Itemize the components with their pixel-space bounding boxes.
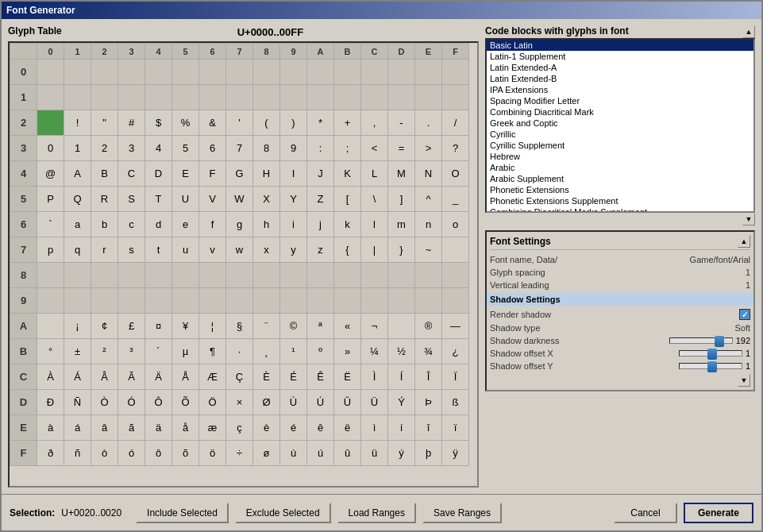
glyph-cell[interactable] — [199, 60, 226, 85]
glyph-cell[interactable] — [172, 85, 199, 110]
glyph-cell[interactable]: ; — [334, 136, 361, 161]
glyph-cell[interactable]: z — [307, 237, 334, 263]
glyph-cell[interactable]: æ — [199, 415, 226, 441]
glyph-cell[interactable]: ç — [226, 415, 253, 441]
glyph-cell[interactable] — [118, 288, 145, 314]
glyph-cell[interactable]: g — [226, 212, 253, 237]
glyph-cell[interactable]: ã — [118, 415, 145, 441]
glyph-cell[interactable]: Ø — [253, 390, 280, 415]
glyph-cell[interactable] — [118, 85, 145, 110]
glyph-cell[interactable] — [307, 263, 334, 288]
glyph-cell[interactable]: R — [91, 187, 118, 212]
glyph-cell[interactable]: ) — [280, 110, 307, 136]
glyph-cell[interactable]: 6 — [199, 136, 226, 161]
glyph-cell[interactable]: Ö — [199, 390, 226, 415]
glyph-cell[interactable]: ± — [64, 339, 91, 364]
glyph-cell[interactable]: \ — [361, 187, 388, 212]
glyph-cell[interactable]: Ô — [145, 390, 172, 415]
glyph-cell[interactable]: ñ — [64, 441, 91, 466]
glyph-cell[interactable]: À — [37, 364, 64, 390]
glyph-cell[interactable] — [253, 288, 280, 314]
glyph-cell[interactable]: ¶ — [199, 339, 226, 364]
glyph-cell[interactable] — [442, 85, 469, 110]
glyph-cell[interactable]: ì — [361, 415, 388, 441]
shadow-darkness-slider[interactable] — [669, 337, 733, 344]
glyph-cell[interactable]: Â — [91, 364, 118, 390]
glyph-cell[interactable]: Ú — [307, 390, 334, 415]
glyph-cell[interactable]: 0 — [37, 136, 64, 161]
glyph-cell[interactable]: F — [199, 161, 226, 187]
glyph-cell[interactable] — [442, 60, 469, 85]
glyph-cell[interactable]: | — [361, 237, 388, 263]
glyph-cell[interactable]: ~ — [415, 237, 442, 263]
glyph-cell[interactable]: þ — [415, 441, 442, 466]
glyph-cell[interactable]: ÿ — [442, 441, 469, 466]
glyph-cell[interactable] — [226, 85, 253, 110]
glyph-cell[interactable] — [388, 263, 415, 288]
glyph-cell[interactable]: ø — [253, 441, 280, 466]
code-block-item[interactable]: Spacing Modifier Letter — [487, 95, 753, 106]
glyph-cell[interactable]: G — [226, 161, 253, 187]
glyph-cell[interactable]: è — [253, 415, 280, 441]
glyph-cell[interactable]: y — [280, 237, 307, 263]
glyph-cell[interactable] — [442, 237, 469, 263]
glyph-cell[interactable]: ä — [145, 415, 172, 441]
glyph-cell[interactable] — [64, 263, 91, 288]
glyph-cell[interactable]: ¢ — [91, 314, 118, 339]
glyph-cell[interactable]: Q — [64, 187, 91, 212]
glyph-cell[interactable]: * — [307, 110, 334, 136]
glyph-table-container[interactable]: 0 1 2 3 4 5 6 7 8 9 A B C — [8, 41, 479, 488]
glyph-cell[interactable] — [253, 263, 280, 288]
glyph-cell[interactable]: ½ — [388, 339, 415, 364]
code-block-item[interactable]: Cyrillic — [487, 129, 753, 140]
glyph-cell[interactable]: 3 — [118, 136, 145, 161]
glyph-cell[interactable]: Õ — [172, 390, 199, 415]
glyph-cell[interactable]: % — [172, 110, 199, 136]
glyph-cell[interactable]: Ü — [361, 390, 388, 415]
glyph-cell[interactable]: d — [145, 212, 172, 237]
glyph-cell[interactable]: Ä — [145, 364, 172, 390]
code-blocks-list-container[interactable]: Basic LatinLatin-1 SupplementLatin Exten… — [485, 38, 755, 213]
glyph-cell[interactable] — [37, 85, 64, 110]
code-block-item[interactable]: Hebrew — [487, 151, 753, 162]
glyph-cell[interactable] — [91, 288, 118, 314]
glyph-cell[interactable]: > — [415, 136, 442, 161]
glyph-cell[interactable]: # — [118, 110, 145, 136]
glyph-cell[interactable]: º — [307, 339, 334, 364]
glyph-cell[interactable]: L — [361, 161, 388, 187]
glyph-cell[interactable]: ( — [253, 110, 280, 136]
glyph-cell[interactable]: Ë — [334, 364, 361, 390]
glyph-cell[interactable]: b — [91, 212, 118, 237]
glyph-cell[interactable] — [442, 288, 469, 314]
glyph-cell[interactable] — [280, 85, 307, 110]
glyph-cell[interactable]: ¤ — [145, 314, 172, 339]
glyph-cell[interactable]: 4 — [145, 136, 172, 161]
glyph-cell[interactable]: " — [91, 110, 118, 136]
glyph-cell[interactable]: â — [91, 415, 118, 441]
glyph-cell[interactable]: } — [388, 237, 415, 263]
glyph-cell[interactable]: : — [307, 136, 334, 161]
glyph-cell[interactable]: M — [388, 161, 415, 187]
glyph-cell[interactable]: « — [334, 314, 361, 339]
save-ranges-button[interactable]: Save Ranges — [422, 503, 502, 523]
glyph-cell[interactable]: m — [388, 212, 415, 237]
cancel-button[interactable]: Cancel — [614, 503, 677, 523]
glyph-cell[interactable]: K — [334, 161, 361, 187]
glyph-cell[interactable] — [172, 60, 199, 85]
glyph-cell[interactable] — [334, 263, 361, 288]
glyph-cell[interactable] — [280, 60, 307, 85]
code-block-item[interactable]: IPA Extensions — [487, 84, 753, 95]
glyph-cell[interactable]: î — [415, 415, 442, 441]
glyph-cell[interactable]: ³ — [118, 339, 145, 364]
glyph-cell[interactable]: f — [199, 212, 226, 237]
code-block-item[interactable]: Cyrillic Supplement — [487, 140, 753, 151]
glyph-cell[interactable] — [361, 85, 388, 110]
glyph-cell[interactable]: ² — [91, 339, 118, 364]
glyph-cell[interactable]: / — [442, 110, 469, 136]
glyph-cell[interactable] — [226, 60, 253, 85]
glyph-cell[interactable]: Ù — [280, 390, 307, 415]
glyph-cell[interactable] — [442, 263, 469, 288]
glyph-cell[interactable]: + — [334, 110, 361, 136]
glyph-cell[interactable] — [37, 314, 64, 339]
glyph-cell[interactable] — [145, 60, 172, 85]
